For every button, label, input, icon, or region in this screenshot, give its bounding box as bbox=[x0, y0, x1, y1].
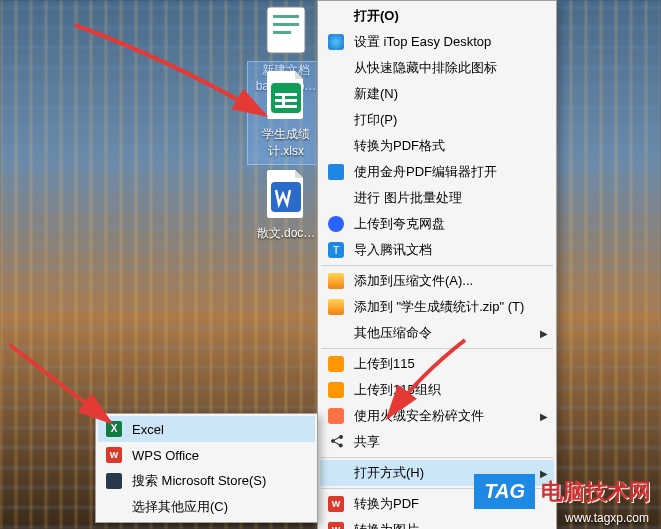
excel-icon: X bbox=[104, 420, 124, 438]
wps-red-icon: W bbox=[326, 495, 346, 513]
115-icon bbox=[326, 355, 346, 373]
zip-icon bbox=[326, 298, 346, 316]
context-menu-item[interactable]: 打印(P) bbox=[320, 107, 554, 133]
menu-item-label: 打印(P) bbox=[354, 111, 534, 129]
blank-icon bbox=[104, 498, 124, 516]
context-menu-item[interactable]: W转换为图片 bbox=[320, 517, 554, 529]
menu-item-label: 转换为图片 bbox=[354, 521, 534, 529]
open-with-submenu[interactable]: XExcelWWPS Office搜索 Microsoft Store(S)选择… bbox=[95, 413, 318, 523]
store-icon bbox=[104, 472, 124, 490]
menu-item-label: 打开(O) bbox=[354, 7, 534, 25]
blank-icon bbox=[326, 7, 346, 25]
watermark-text: 电脑技术网 bbox=[541, 477, 651, 507]
zip-icon bbox=[326, 272, 346, 290]
context-menu-item[interactable]: 使用火绒安全粉碎文件▶ bbox=[320, 403, 554, 429]
115-icon bbox=[326, 381, 346, 399]
submenu-arrow-icon: ▶ bbox=[540, 411, 548, 422]
itop-icon bbox=[326, 33, 346, 51]
svg-rect-9 bbox=[282, 93, 285, 108]
menu-item-label: 转换为PDF格式 bbox=[354, 137, 534, 155]
menu-item-label: 进行 图片批量处理 bbox=[354, 189, 534, 207]
file-label: 学生成绩计.xlsx bbox=[248, 126, 324, 160]
context-menu-item[interactable]: 使用金舟PDF编辑器打开 bbox=[320, 159, 554, 185]
context-menu[interactable]: 打开(O)设置 iTop Easy Desktop从快速隐藏中排除此图标新建(N… bbox=[317, 0, 557, 529]
watermark-badge: TAG 电脑技术网 bbox=[474, 474, 651, 509]
blank-icon bbox=[326, 464, 346, 482]
menu-item-label: 上传到115组织 bbox=[354, 381, 534, 399]
openwith-item[interactable]: WWPS Office bbox=[98, 442, 315, 468]
menu-item-label: 新建(N) bbox=[354, 85, 534, 103]
menu-item-label: 上传到115 bbox=[354, 355, 534, 373]
context-menu-item[interactable]: 上传到115 bbox=[320, 351, 554, 377]
context-menu-item[interactable]: T导入腾讯文档 bbox=[320, 237, 554, 263]
blank-icon bbox=[326, 59, 346, 77]
blank-icon bbox=[326, 324, 346, 342]
svg-rect-10 bbox=[271, 182, 301, 212]
menu-item-label: 使用金舟PDF编辑器打开 bbox=[354, 163, 534, 181]
openwith-item[interactable]: 选择其他应用(C) bbox=[98, 494, 315, 520]
context-menu-item[interactable]: 新建(N) bbox=[320, 81, 554, 107]
menu-item-label: WPS Office bbox=[132, 448, 295, 463]
file-xlsx-selected[interactable]: 学生成绩计.xlsx bbox=[248, 62, 324, 164]
blank-icon bbox=[326, 85, 346, 103]
tencent-icon: T bbox=[326, 241, 346, 259]
watermark-tag: TAG bbox=[474, 474, 535, 509]
svg-rect-3 bbox=[273, 23, 299, 26]
blank-icon bbox=[326, 111, 346, 129]
docx-icon bbox=[261, 165, 311, 221]
pdf-blue-icon bbox=[326, 163, 346, 181]
share-icon bbox=[326, 433, 346, 451]
svg-rect-7 bbox=[275, 99, 297, 102]
context-menu-item[interactable]: 共享 bbox=[320, 429, 554, 455]
context-menu-item[interactable]: 上传到夸克网盘 bbox=[320, 211, 554, 237]
menu-separator bbox=[321, 348, 553, 349]
watermark-url: www.tagxp.com bbox=[565, 511, 649, 525]
openwith-item[interactable]: 搜索 Microsoft Store(S) bbox=[98, 468, 315, 494]
context-menu-item[interactable]: 从快速隐藏中排除此图标 bbox=[320, 55, 554, 81]
xlsx-icon bbox=[261, 66, 311, 122]
menu-separator bbox=[321, 265, 553, 266]
menu-item-label: Excel bbox=[132, 422, 295, 437]
svg-rect-6 bbox=[275, 93, 297, 96]
context-menu-item[interactable]: 其他压缩命令▶ bbox=[320, 320, 554, 346]
context-menu-item[interactable]: 添加到压缩文件(A)... bbox=[320, 268, 554, 294]
menu-item-label: 从快速隐藏中排除此图标 bbox=[354, 59, 534, 77]
menu-item-label: 选择其他应用(C) bbox=[132, 498, 295, 516]
menu-item-label: 设置 iTop Easy Desktop bbox=[354, 33, 534, 51]
menu-item-label: 添加到压缩文件(A)... bbox=[354, 272, 534, 290]
context-menu-item[interactable]: 上传到115组织 bbox=[320, 377, 554, 403]
wps-red-icon: W bbox=[326, 521, 346, 529]
context-menu-item[interactable]: 进行 图片批量处理 bbox=[320, 185, 554, 211]
svg-rect-5 bbox=[271, 83, 301, 113]
svg-rect-4 bbox=[273, 31, 291, 34]
menu-item-label: 共享 bbox=[354, 433, 534, 451]
context-menu-item[interactable]: 设置 iTop Easy Desktop bbox=[320, 29, 554, 55]
svg-rect-0 bbox=[267, 7, 305, 53]
menu-separator bbox=[321, 457, 553, 458]
blank-icon bbox=[326, 137, 346, 155]
wps-red-icon: W bbox=[104, 446, 124, 464]
menu-item-label: 导入腾讯文档 bbox=[354, 241, 534, 259]
menu-item-label: 其他压缩命令 bbox=[354, 324, 534, 342]
context-menu-item[interactable]: 打开(O) bbox=[320, 3, 554, 29]
svg-rect-2 bbox=[273, 15, 299, 18]
blank-icon bbox=[326, 189, 346, 207]
context-menu-item[interactable]: 添加到 "学生成绩统计.zip" (T) bbox=[320, 294, 554, 320]
openwith-item[interactable]: XExcel bbox=[98, 416, 315, 442]
menu-item-label: 使用火绒安全粉碎文件 bbox=[354, 407, 534, 425]
menu-item-label: 添加到 "学生成绩统计.zip" (T) bbox=[354, 298, 534, 316]
quark-icon bbox=[326, 215, 346, 233]
svg-rect-8 bbox=[275, 105, 297, 108]
context-menu-item[interactable]: 转换为PDF格式 bbox=[320, 133, 554, 159]
menu-item-label: 上传到夸克网盘 bbox=[354, 215, 534, 233]
submenu-arrow-icon: ▶ bbox=[540, 328, 548, 339]
huorong-icon bbox=[326, 407, 346, 425]
doc-icon bbox=[261, 2, 311, 58]
menu-item-label: 搜索 Microsoft Store(S) bbox=[132, 472, 295, 490]
file-label: 散文.doc… bbox=[248, 225, 324, 242]
file-docx[interactable]: 散文.doc… bbox=[248, 165, 324, 242]
